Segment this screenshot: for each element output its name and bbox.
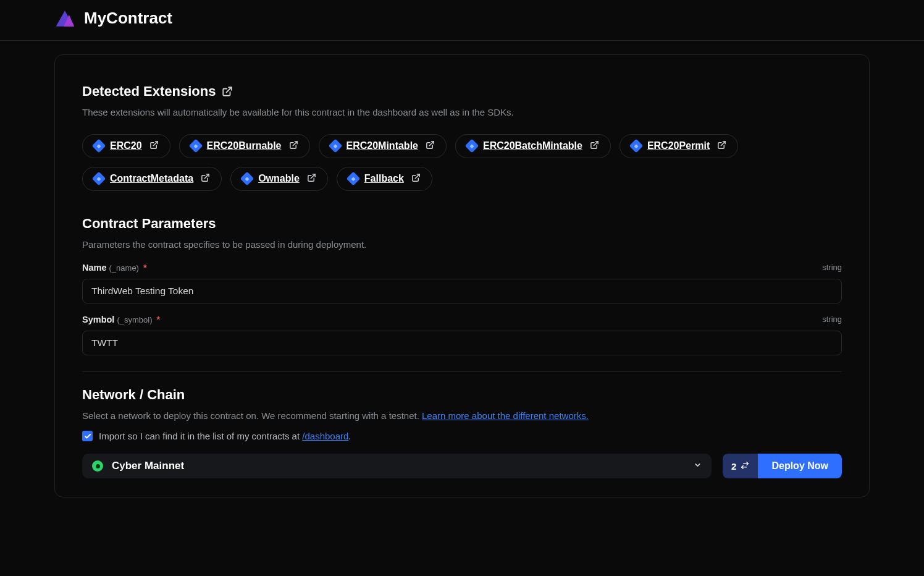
- extension-badge-icon: [92, 139, 106, 153]
- extension-chip-erc20mintable[interactable]: ERC20Mintable: [319, 134, 447, 158]
- extension-chip-erc20permit[interactable]: ERC20Permit: [620, 134, 738, 158]
- external-link-icon: [222, 86, 233, 97]
- extensions-description: These extensions will automatically be a…: [82, 106, 842, 119]
- extension-badge-icon: [465, 139, 479, 153]
- svg-line-8: [204, 174, 209, 179]
- svg-line-9: [311, 174, 315, 179]
- name-field[interactable]: [82, 279, 842, 303]
- extension-label: ERC20: [110, 140, 142, 151]
- bottom-row: Cyber Mainnet 2 Deploy Now: [82, 454, 842, 478]
- extension-label: ContractMetadata: [110, 173, 193, 184]
- extension-badge-icon: [346, 172, 361, 186]
- params-description: Parameters the contract specifies to be …: [82, 238, 842, 252]
- svg-line-7: [721, 142, 726, 146]
- swap-icon: [741, 461, 749, 472]
- extension-badge-icon: [240, 172, 254, 186]
- header: MyContract: [0, 0, 924, 41]
- extension-badge-icon: [629, 139, 644, 153]
- extensions-title: Detected Extensions: [82, 83, 216, 100]
- svg-line-2: [227, 87, 232, 92]
- extension-chip-contractmetadata[interactable]: ContractMetadata: [82, 167, 222, 191]
- step-count: 2: [731, 461, 736, 472]
- external-link-icon: [590, 140, 599, 152]
- network-select[interactable]: Cyber Mainnet: [82, 454, 712, 478]
- symbol-label: Symbol (_symbol) *: [82, 315, 160, 324]
- required-asterisk: *: [157, 315, 161, 324]
- checkbox-checked-icon[interactable]: [82, 431, 93, 441]
- network-desc-text: Select a network to deploy this contract…: [82, 410, 422, 421]
- extension-label: Ownable: [258, 173, 300, 184]
- name-type: string: [822, 263, 842, 272]
- chevron-down-icon: [694, 460, 702, 472]
- symbol-type: string: [822, 315, 842, 324]
- network-description: Select a network to deploy this contract…: [82, 409, 842, 423]
- name-label-text: Name: [82, 263, 107, 273]
- page-title: MyContract: [84, 9, 172, 28]
- extensions-header[interactable]: Detected Extensions: [82, 83, 842, 100]
- import-label: Import so I can find it in the list of m…: [99, 431, 351, 441]
- extension-chip-erc20burnable[interactable]: ERC20Burnable: [179, 134, 310, 158]
- step-indicator[interactable]: 2: [723, 454, 758, 478]
- symbol-field[interactable]: [82, 331, 842, 355]
- network-status-icon: [92, 460, 103, 472]
- extension-chip-erc20batchmintable[interactable]: ERC20BatchMintable: [455, 134, 611, 158]
- svg-line-5: [429, 142, 434, 146]
- extension-badge-icon: [188, 139, 203, 153]
- extension-label: ERC20Mintable: [346, 140, 418, 151]
- network-title: Network / Chain: [82, 387, 842, 403]
- extension-badge-icon: [328, 139, 342, 153]
- external-link-icon: [201, 173, 210, 185]
- name-param-text: (_name): [109, 263, 139, 273]
- external-link-icon: [717, 140, 726, 152]
- extension-badge-icon: [92, 172, 106, 186]
- import-label-suffix: .: [348, 431, 351, 441]
- svg-line-3: [153, 142, 158, 146]
- network-selected: Cyber Mainnet: [112, 460, 184, 472]
- external-link-icon: [411, 173, 421, 185]
- svg-line-4: [293, 142, 297, 146]
- divider: [82, 371, 842, 372]
- symbol-label-text: Symbol: [82, 315, 114, 324]
- main-card: Detected Extensions These extensions wil…: [54, 54, 870, 498]
- extension-label: ERC20Burnable: [207, 140, 282, 151]
- params-title: Contract Parameters: [82, 216, 842, 232]
- extension-chip-ownable[interactable]: Ownable: [230, 167, 328, 191]
- field-row-symbol: Symbol (_symbol) * string: [82, 315, 842, 324]
- external-link-icon: [149, 140, 159, 152]
- svg-line-6: [594, 142, 598, 146]
- dashboard-link[interactable]: /dashboard: [302, 431, 348, 441]
- external-link-icon: [426, 140, 435, 152]
- deploy-now-button[interactable]: Deploy Now: [758, 454, 842, 478]
- symbol-param-text: (_symbol): [117, 315, 152, 324]
- name-label: Name (_name) *: [82, 263, 147, 273]
- external-link-icon: [289, 140, 298, 152]
- field-row-name: Name (_name) * string: [82, 263, 842, 273]
- svg-line-10: [415, 174, 419, 179]
- required-asterisk: *: [143, 263, 147, 273]
- logo-icon: [54, 9, 75, 28]
- extension-chip-erc20[interactable]: ERC20: [82, 134, 170, 158]
- extension-label: Fallback: [364, 173, 404, 184]
- deploy-group: 2 Deploy Now: [723, 454, 842, 478]
- extension-label: ERC20BatchMintable: [483, 140, 582, 151]
- import-label-prefix: Import so I can find it in the list of m…: [99, 431, 302, 441]
- extension-label: ERC20Permit: [647, 140, 710, 151]
- external-link-icon: [307, 173, 316, 185]
- extensions-chips: ERC20ERC20BurnableERC20MintableERC20Batc…: [82, 134, 842, 191]
- import-checkbox-line[interactable]: Import so I can find it in the list of m…: [82, 431, 842, 441]
- extension-chip-fallback[interactable]: Fallback: [337, 167, 432, 191]
- learn-more-link[interactable]: Learn more about the different networks.: [422, 410, 589, 421]
